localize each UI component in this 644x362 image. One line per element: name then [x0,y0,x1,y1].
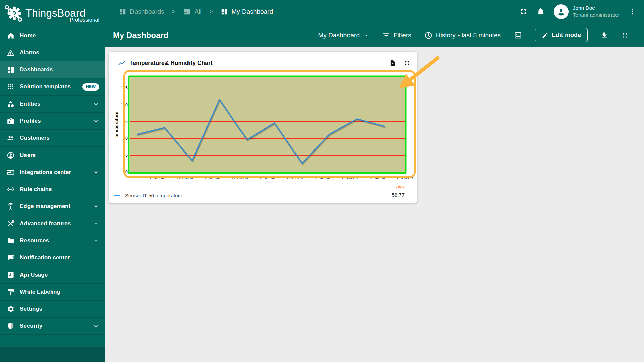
folder-icon [7,237,15,245]
user-role: Tenant administrator [573,12,620,19]
svg-text:12:55:30: 12:55:30 [176,175,193,180]
chevron-down-icon [93,169,99,176]
thingsboard-gear-bug-icon [3,3,24,24]
sidebar-item-rule-chains[interactable]: Rule chains [0,181,105,198]
app-edition: Professional [70,17,99,23]
sidebar-item-resources[interactable]: Resources [0,232,105,249]
sidebar-item-label: Settings [20,306,99,312]
sidebar-item-label: Profiles [20,118,88,124]
ethernet-icon [7,185,15,193]
sidebar-item-label: Advanced features [20,220,88,227]
sidebar-item-profiles[interactable]: Profiles [0,112,105,129]
svg-text:75: 75 [123,119,128,124]
breadcrumb-label: Dashboards [130,8,164,15]
breadcrumb: Dashboards>All>My Dashboard [119,8,273,15]
filters-button[interactable]: Filters [382,31,411,39]
person-icon [557,7,566,16]
sidebar-item-users[interactable]: Users [0,146,105,164]
svg-text:12:59:00: 12:59:00 [369,175,385,180]
sidebar-item-label: Api Usage [20,272,99,278]
legend-series-label: Sensor IT-56 temperature [125,193,182,198]
sidebar-nav: HomeAlarmsDashboardsSolution templatesNE… [0,27,105,335]
new-badge: NEW [82,83,99,90]
sidebar-item-customers[interactable]: Customers [0,129,105,146]
svg-text:125: 125 [121,86,128,90]
download-icon[interactable] [600,31,608,39]
people-icon [7,134,15,142]
user-menu[interactable]: John Doe Tenant administrator [554,4,620,19]
sidebar-item-api-usage[interactable]: Api Usage [0,266,105,283]
export-file-icon[interactable] [389,60,396,66]
sidebar-item-dashboards[interactable]: Dashboards [0,61,105,78]
toolbar-fullscreen-icon[interactable] [621,32,629,39]
user-name: John Doe [573,5,620,12]
kebab-menu-icon[interactable] [629,8,637,16]
sidebar-footer [0,347,105,362]
widget-fullscreen-icon[interactable] [404,60,410,66]
category-icon [7,100,15,108]
svg-text:12:57:30: 12:57:30 [286,175,303,180]
notification-icon [7,254,15,262]
sidebar-item-label: Dashboards [20,66,99,73]
svg-text:12:58:30: 12:58:30 [341,175,358,180]
breadcrumb-item-all[interactable]: All [183,8,201,15]
breadcrumb-item-dashboards[interactable]: Dashboards [119,8,164,15]
paint-icon [7,288,15,296]
sidebar-item-entities[interactable]: Entities [0,95,105,112]
svg-text:12:55:00: 12:55:00 [149,175,166,180]
edit-mode-button[interactable]: Edit mode [535,28,588,42]
dashboard-content: 025507510012512:55:0012:55:3012:56:0012:… [105,47,644,362]
breadcrumb-label: All [194,8,201,15]
avg-column-header: avg [392,184,405,189]
apps-icon [7,83,15,91]
dashboard-image-icon[interactable] [514,31,522,40]
chevron-down-icon [93,203,99,210]
sidebar-item-alarms[interactable]: Alarms [0,44,105,61]
thingsboard-app: ThingsBoard Professional HomeAlarmsDashb… [0,0,644,362]
input-icon [7,168,15,176]
sidebar-item-advanced-features[interactable]: Advanced features [0,215,105,232]
sidebar-item-edge-management[interactable]: Edge management [0,198,105,215]
svg-text:12:58:00: 12:58:00 [314,175,330,180]
chevron-down-icon [93,323,99,329]
svg-text:12:57:00: 12:57:00 [259,175,275,180]
antenna-icon [7,202,15,210]
sidebar-item-home[interactable]: Home [0,27,105,44]
sidebar-item-label: Solution templates [20,83,77,90]
dashboard-icon [119,8,126,15]
svg-text:0: 0 [125,170,128,174]
app-logo[interactable]: ThingsBoard Professional [0,0,105,27]
dashboard-state-select[interactable]: My Dashboard [318,32,370,39]
sidebar-item-label: Entities [20,101,88,107]
tools-icon [7,220,15,228]
chevron-down-icon [93,237,99,244]
widget-title: Temperature& Humidity Chart [129,60,213,67]
svg-text:12:56:30: 12:56:30 [231,175,248,180]
person-circle-icon [7,151,15,159]
sidebar-item-label: Users [20,152,99,159]
sidebar-item-solution-templates[interactable]: Solution templatesNEW [0,78,105,95]
chevron-down-icon [93,118,99,124]
chevron-down-icon [93,101,99,107]
sidebar-item-notification-center[interactable]: Notification center [0,249,105,266]
sidebar-item-label: Notification center [20,254,99,261]
legend-series-item[interactable]: Sensor IT-56 temperature [114,193,182,198]
sidebar-item-settings[interactable]: Settings [0,300,105,317]
sidebar-item-security[interactable]: Security [0,317,105,335]
notifications-bell-icon[interactable] [536,7,545,16]
sidebar: ThingsBoard Professional HomeAlarmsDashb… [0,0,105,362]
toolbar-actions: My Dashboard Filters History - last 5 mi… [318,28,629,42]
widget-actions [389,60,410,66]
sidebar-item-white-labeling[interactable]: White Labeling [0,283,105,300]
fullscreen-icon[interactable] [520,8,528,16]
home-icon [7,32,15,40]
legend-avg-column: avg 58.77 [392,184,405,198]
sidebar-item-label: Edge management [20,203,88,210]
avg-value: 58.77 [392,192,405,198]
filter-icon [382,31,390,39]
sidebar-item-label: Security [20,323,88,329]
temperature-chart: 025507510012512:55:0012:55:3012:56:0012:… [109,52,417,186]
history-timewindow-button[interactable]: History - last 5 minutes [424,31,501,40]
sidebar-item-integrations-center[interactable]: Integrations center [0,164,105,181]
sidebar-item-label: Home [20,32,99,39]
